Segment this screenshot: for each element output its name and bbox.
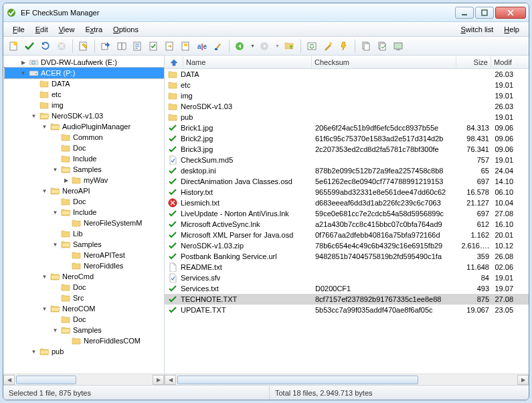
menu-file[interactable]: File — [7, 24, 30, 35]
scroll-left-icon[interactable]: ◀ — [3, 375, 15, 385]
tool-forward-icon[interactable] — [258, 39, 272, 54]
col-name[interactable]: Name — [183, 56, 312, 68]
list-item[interactable]: CheckSum.md575719.01 — [165, 155, 529, 165]
tool-up-icon[interactable] — [282, 39, 297, 54]
expander-icon[interactable] — [30, 102, 37, 109]
list-item[interactable]: Brick2.jpg61f6c95c75370e1583ad2e517d314d… — [165, 133, 529, 144]
tree-item[interactable]: ▼Samples — [5, 325, 164, 335]
tree-item[interactable]: Lib — [5, 228, 164, 239]
expander-icon[interactable] — [52, 316, 59, 323]
tree-item[interactable]: ▼pub — [5, 346, 164, 357]
tree-item[interactable]: ▼NeroSDK-v1.03 — [5, 110, 164, 121]
col-up[interactable] — [165, 56, 183, 68]
tree-item[interactable]: ▼Include — [5, 207, 164, 218]
list-item[interactable]: NeroSDK-v1.03.zip78b6c654e4c49c6b4329c16… — [165, 240, 529, 251]
tool-bolt-icon[interactable] — [337, 39, 351, 54]
col-size[interactable]: Size — [456, 56, 491, 68]
menu-switch-list[interactable]: Switch list — [455, 24, 499, 35]
list-item[interactable]: UPDATE.TXT5b53cc7a99f035addf470ae8f6af05… — [165, 305, 529, 315]
tree-item[interactable]: ▶DVD-RW-Laufwerk (E:) — [5, 57, 164, 68]
expander-icon[interactable]: ▼ — [41, 305, 48, 313]
list-item[interactable]: README.txt11.64802.06 — [165, 262, 529, 272]
title-bar[interactable]: EF CheckSum Manager — [3, 3, 529, 22]
expander-icon[interactable]: ▼ — [52, 241, 59, 248]
scroll-right-icon[interactable]: ▶ — [153, 375, 164, 385]
menu-help[interactable]: Help — [499, 24, 525, 35]
tree-item[interactable]: ▼NeroCmd — [5, 271, 164, 282]
list-item[interactable]: img19.01 — [165, 90, 529, 101]
maximize-button[interactable] — [475, 7, 494, 19]
tool-clean-icon[interactable] — [211, 39, 226, 54]
expander-icon[interactable]: ▼ — [30, 112, 37, 120]
file-list[interactable]: DATA26.03etc19.01img19.01NeroSDK-v1.0326… — [165, 69, 529, 374]
tree-item[interactable]: Doc — [5, 196, 164, 207]
tree-item[interactable]: ▼NeroCOM — [5, 303, 164, 314]
tool-copy-check-icon[interactable] — [375, 39, 389, 54]
expander-icon[interactable]: ▼ — [19, 70, 27, 77]
expander-icon[interactable]: ▼ — [52, 327, 59, 334]
tool-forward-dropdown-icon[interactable]: ▼ — [274, 44, 281, 48]
list-item[interactable]: DirectAnimation Java Classes.osd5e61262e… — [165, 176, 529, 187]
minimize-button[interactable] — [455, 7, 474, 19]
tool-copy-icon[interactable] — [359, 39, 373, 54]
expander-icon[interactable] — [30, 91, 37, 98]
menu-extra[interactable]: Extra — [80, 24, 108, 35]
tree-item[interactable]: NeroFiddles — [5, 260, 164, 271]
list-item[interactable]: Brick3.jpg2c207353ed2cd8d2fa5781c78bf300… — [165, 144, 529, 155]
list-item[interactable]: Liesmich.txtd683eeeaf6dd3d1ab226fc239c6c… — [165, 197, 529, 208]
expander-icon[interactable] — [52, 155, 59, 163]
tool-screen-icon[interactable] — [391, 39, 406, 54]
expander-icon[interactable] — [62, 220, 70, 227]
expander-icon[interactable]: ▼ — [41, 187, 48, 195]
list-item[interactable]: TECHNOTE.TXT8cf7157ef237892b91767335c1ee… — [165, 294, 529, 305]
col-modified[interactable]: Modif — [491, 56, 515, 68]
tree-hscrollbar[interactable]: ◀ ▶ — [3, 374, 164, 385]
tree-item[interactable]: ▼ACER (P:) — [5, 68, 164, 78]
tree-item[interactable]: ▼Samples — [5, 164, 164, 175]
tool-doc-arrow-icon[interactable] — [163, 39, 177, 54]
tree-item[interactable]: NeroAPITest — [5, 250, 164, 260]
expander-icon[interactable] — [62, 337, 70, 345]
list-item[interactable]: Microsoft ActiveSync.lnka21a430b7cc8c415… — [165, 219, 529, 230]
list-item[interactable]: Services.sfv8419.01 — [165, 272, 529, 283]
tree-item[interactable]: Src — [5, 293, 164, 303]
tree-item[interactable]: Include — [5, 153, 164, 164]
expander-icon[interactable]: ▼ — [30, 348, 37, 355]
expander-icon[interactable] — [52, 284, 59, 291]
list-item[interactable]: desktop.ini878b2e099c512b72a9fea2257458c… — [165, 165, 529, 176]
tool-refresh-icon[interactable] — [38, 39, 53, 54]
scroll-left-icon[interactable]: ◀ — [165, 375, 176, 385]
expander-icon[interactable] — [52, 230, 59, 238]
list-hscrollbar[interactable]: ◀ ▶ — [165, 374, 529, 385]
tree-item[interactable]: ▼NeroAPI — [5, 185, 164, 196]
expander-icon[interactable] — [52, 145, 59, 152]
tree-item[interactable]: Doc — [5, 143, 164, 153]
menu-view[interactable]: View — [54, 24, 80, 35]
tree-item[interactable]: etc — [5, 89, 164, 100]
tool-back-icon[interactable] — [233, 39, 248, 54]
expander-icon[interactable]: ▶ — [19, 59, 27, 66]
list-item[interactable]: pub19.01 — [165, 112, 529, 123]
menu-edit[interactable]: Edit — [30, 24, 54, 35]
tool-props-icon[interactable] — [130, 39, 145, 54]
expander-icon[interactable] — [52, 295, 59, 302]
tool-wand-icon[interactable] — [321, 39, 335, 54]
tool-export-icon[interactable] — [98, 39, 113, 54]
tree-item[interactable]: ▼Samples — [5, 239, 164, 250]
tool-verify-icon[interactable] — [22, 39, 37, 54]
tree-item[interactable]: ▶myWav — [5, 175, 164, 185]
expander-icon[interactable]: ▼ — [52, 209, 59, 216]
list-item[interactable]: Microsoft XML Parser for Java.osd0f7667a… — [165, 230, 529, 240]
menu-options[interactable]: Options — [108, 24, 144, 35]
tree-item[interactable]: img — [5, 100, 164, 110]
tree-item[interactable]: DATA — [5, 78, 164, 89]
expander-icon[interactable] — [62, 262, 70, 270]
expander-icon[interactable] — [52, 198, 59, 206]
list-item[interactable]: DATA26.03 — [165, 69, 529, 80]
tree-item[interactable]: ▼AudioPluginManager — [5, 121, 164, 132]
tool-stop-icon[interactable] — [54, 39, 69, 54]
tool-sync-icon[interactable] — [304, 39, 319, 54]
tool-rename-icon[interactable]: a|e — [195, 39, 209, 54]
expander-icon[interactable]: ▼ — [41, 123, 48, 131]
expander-icon[interactable]: ▼ — [52, 166, 59, 173]
